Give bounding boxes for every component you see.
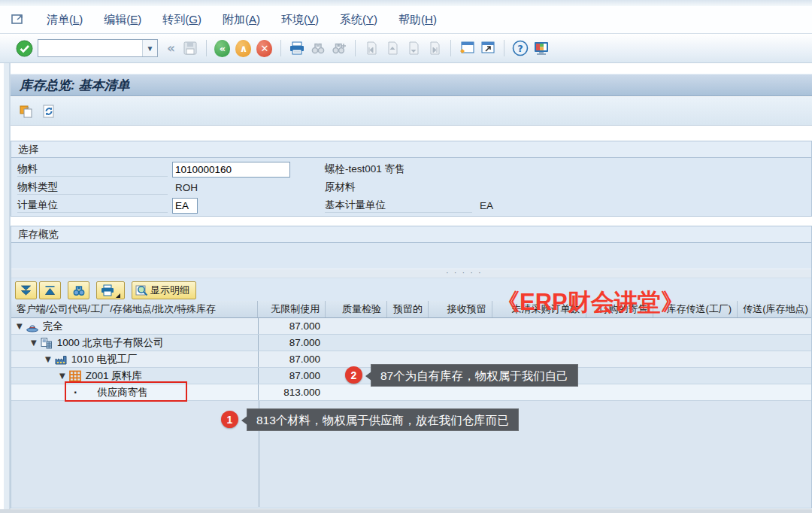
company-icon bbox=[40, 337, 53, 349]
previous-page-icon[interactable] bbox=[383, 38, 402, 58]
collapse-toolbar-icon[interactable]: « bbox=[167, 41, 175, 56]
detail-button[interactable]: 显示明细 bbox=[132, 281, 196, 299]
callout-badge-2: 2 bbox=[345, 366, 362, 384]
title-bar: 库存总览: 基本清单 bbox=[11, 74, 812, 96]
column-header-4: 接收预留 bbox=[429, 301, 492, 317]
table-row-0[interactable]: ▼完全87.000 bbox=[11, 318, 811, 335]
storage-icon bbox=[68, 370, 82, 382]
menu-bar: 清单(L)编辑(E)转到(G)附加(A)环境(V)系统(Y)帮助(H) bbox=[0, 6, 812, 34]
base-unit-label: 基本计量单位 bbox=[325, 198, 472, 213]
other-material-icon[interactable] bbox=[16, 101, 37, 122]
tree-node-label[interactable]: Z001 原料库 bbox=[86, 369, 142, 383]
callout-tooltip-2: 87个为自有库存，物权属于我们自己 bbox=[371, 364, 578, 387]
tree-node-label[interactable]: 1010 电视工厂 bbox=[71, 353, 138, 366]
last-page-icon[interactable] bbox=[425, 38, 444, 58]
table-row-1[interactable]: ▼1000 北京电子有限公司87.000 bbox=[11, 335, 811, 351]
customize-layout-icon[interactable] bbox=[532, 38, 551, 58]
page-title: 库存总览: 基本清单 bbox=[20, 77, 129, 94]
toolbar-separator bbox=[504, 40, 504, 56]
expand-arrow-icon[interactable]: ▼ bbox=[59, 372, 65, 380]
enter-icon[interactable] bbox=[14, 38, 34, 58]
tree-cell[interactable]: ▼1010 电视工厂 bbox=[11, 351, 259, 367]
cancel-icon[interactable]: ✕ bbox=[255, 38, 274, 58]
window-bottom-strip bbox=[0, 509, 812, 513]
tree-node-label[interactable]: 完全 bbox=[43, 320, 63, 333]
client-icon bbox=[26, 320, 39, 332]
tree-node-label[interactable]: 1000 北京电子有限公司 bbox=[57, 336, 164, 350]
unrestricted-use-value: 87.000 bbox=[259, 351, 326, 367]
refresh-icon[interactable] bbox=[38, 101, 59, 122]
stock-overview-header: 库存概览 bbox=[11, 226, 811, 243]
menu-item-h[interactable]: 帮助(H) bbox=[388, 10, 447, 29]
list-toolbar: 显示明细 bbox=[11, 279, 811, 301]
selection-group: 选择 物料 螺栓-test001 寄售 物料类型 ROH 原材料 计量单位 基本… bbox=[11, 141, 812, 217]
first-page-icon[interactable] bbox=[362, 38, 381, 58]
menu-item-v[interactable]: 环境(V) bbox=[271, 10, 329, 29]
splitter-handle[interactable]: · · · · · bbox=[446, 268, 483, 277]
unrestricted-use-value: 87.000 bbox=[259, 335, 326, 351]
menu-item-g[interactable]: 转到(G) bbox=[152, 10, 212, 29]
toolbar-separator bbox=[450, 40, 451, 56]
find-next-icon[interactable] bbox=[329, 38, 349, 58]
splitter-band: · · · · · bbox=[11, 269, 811, 278]
exit-icon[interactable]: ∧ bbox=[234, 38, 253, 58]
column-header-1: 无限制使用 bbox=[258, 301, 326, 317]
material-label: 物料 bbox=[17, 162, 168, 177]
expand-arrow-icon[interactable]: ▼ bbox=[31, 338, 37, 347]
command-field-wrap: ▼ bbox=[38, 39, 158, 57]
callout-badge-1: 1 bbox=[221, 411, 238, 428]
save-icon[interactable] bbox=[180, 38, 200, 58]
find-icon[interactable] bbox=[308, 38, 328, 58]
print-icon[interactable] bbox=[287, 38, 307, 58]
column-header-8: 传送(库存地点) bbox=[738, 301, 811, 317]
find-list-icon[interactable] bbox=[68, 281, 89, 299]
callout-tooltip-1: 813个材料，物权属于供应商，放在我们仓库而已 bbox=[247, 408, 519, 431]
next-page-icon[interactable] bbox=[404, 38, 423, 58]
material-type-description: 原材料 bbox=[325, 181, 356, 194]
expand-all-icon[interactable] bbox=[15, 281, 37, 299]
help-icon[interactable]: ? bbox=[511, 38, 530, 58]
print-dropdown-icon bbox=[115, 293, 121, 299]
plant-icon bbox=[54, 354, 68, 366]
toolbar-separator bbox=[206, 40, 207, 56]
base-unit-value: EA bbox=[480, 200, 493, 211]
unrestricted-use-value: 813.000 bbox=[259, 384, 326, 400]
menu-item-l[interactable]: 清单(L) bbox=[36, 10, 93, 29]
column-header-2: 质量检验 bbox=[326, 301, 387, 317]
back-icon[interactable]: « bbox=[213, 38, 232, 58]
material-type-label: 物料类型 bbox=[17, 180, 168, 195]
table-header-row: 客户端/公司代码/工厂/存储地点/批次/特殊库存无限制使用质量检验预留的接收预留… bbox=[11, 301, 811, 318]
collapse-all-icon[interactable] bbox=[39, 281, 61, 299]
create-shortcut-icon[interactable] bbox=[478, 38, 498, 58]
watermark-text: 《ERP财会讲堂》 bbox=[496, 287, 684, 318]
sap-window: 清单(L)编辑(E)转到(G)附加(A)环境(V)系统(Y)帮助(H) ▼ « … bbox=[0, 0, 812, 513]
window-left-strip bbox=[0, 63, 11, 513]
menu-item-y[interactable]: 系统(Y) bbox=[329, 10, 388, 29]
tree-cell[interactable]: ▼完全 bbox=[11, 318, 259, 334]
selection-header: 选择 bbox=[11, 141, 811, 158]
expand-arrow-icon[interactable]: ▼ bbox=[17, 322, 23, 330]
material-type-value: ROH bbox=[175, 182, 288, 193]
tree-cell[interactable]: ▼1000 北京电子有限公司 bbox=[11, 335, 259, 351]
toolbar-separator bbox=[280, 40, 281, 56]
unit-input[interactable] bbox=[172, 198, 198, 214]
material-description: 螺栓-test001 寄售 bbox=[325, 162, 405, 176]
svg-text:?: ? bbox=[517, 43, 523, 54]
highlight-rectangle bbox=[65, 381, 187, 402]
column-header-0: 客户端/公司代码/工厂/存储地点/批次/特殊库存 bbox=[11, 301, 258, 317]
command-input[interactable] bbox=[38, 40, 142, 56]
print-list-icon[interactable] bbox=[96, 281, 125, 299]
unrestricted-use-value: 87.000 bbox=[259, 368, 326, 384]
standard-toolbar: ▼ « « ∧ ✕ bbox=[0, 34, 812, 63]
application-toolbar bbox=[11, 97, 812, 126]
command-dropdown-icon[interactable]: ▼ bbox=[142, 40, 157, 56]
menu-item-a[interactable]: 附加(A) bbox=[212, 10, 271, 29]
column-header-3: 预留的 bbox=[387, 301, 429, 317]
material-input[interactable] bbox=[172, 162, 290, 178]
menu-item-e[interactable]: 编辑(E) bbox=[93, 10, 152, 29]
expand-arrow-icon[interactable]: ▼ bbox=[45, 355, 51, 363]
new-session-icon[interactable] bbox=[457, 38, 477, 58]
unrestricted-use-value: 87.000 bbox=[259, 318, 326, 334]
toolbar-separator bbox=[355, 40, 356, 56]
window-top-strip bbox=[0, 0, 812, 6]
